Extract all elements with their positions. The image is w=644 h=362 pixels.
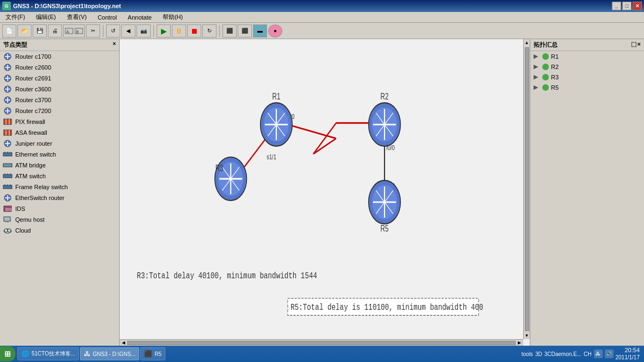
topo-status-R1: [542, 53, 549, 60]
right-panel-header: 拓扑汇总 ⬚ ×: [530, 39, 644, 51]
topo-status-R3: [542, 74, 549, 80]
bridge-icon: [2, 161, 13, 170]
taskbar-item-2[interactable]: ⬛ R5: [140, 347, 165, 360]
menu-view[interactable]: 查看(V): [64, 12, 90, 22]
toolbar-btn8[interactable]: ◀: [121, 24, 135, 38]
taskbar-3cdaemon: 3CDaemon.E...: [544, 351, 581, 357]
node-label-10: ATM bridge: [15, 162, 46, 168]
toolbar-btn6[interactable]: ✂: [86, 24, 100, 38]
menu-control[interactable]: Control: [94, 13, 120, 22]
systray-volume: 🔊: [605, 349, 614, 358]
start-button[interactable]: ⊞: [0, 346, 15, 361]
svg-text:R1: R1: [273, 92, 281, 102]
node-item-12[interactable]: Frame Relay switch: [0, 182, 119, 192]
node-label-13: EtherSwitch router: [15, 195, 64, 201]
topo-item-R2[interactable]: ▶R2: [530, 61, 644, 72]
node-item-1[interactable]: Router c2600: [0, 62, 119, 73]
toolbar-reload[interactable]: ↻: [202, 24, 216, 38]
taskbar-item-1[interactable]: 🖧 GNS3 - D:\GNS...: [80, 347, 139, 360]
taskbar-3d: 3D: [535, 351, 542, 357]
node-item-3[interactable]: Router c3600: [0, 84, 119, 95]
title-text: GNS3 - D:\GNS3\project1\topology.net: [13, 3, 121, 9]
menu-annotate[interactable]: Annotate: [125, 13, 155, 22]
router-icon: [2, 85, 13, 93]
close-button[interactable]: ✕: [633, 2, 642, 10]
firewall-icon: [2, 117, 13, 126]
node-item-16[interactable]: Cloud: [0, 225, 119, 236]
node-label-8: Juniper router: [15, 140, 52, 147]
toolbar-open[interactable]: 📂: [17, 24, 32, 38]
topo-item-R3[interactable]: ▶R3: [530, 72, 644, 82]
toolbar-play[interactable]: ▶: [157, 24, 171, 38]
node-label-5: Router c7200: [15, 108, 51, 114]
toolbar-btn5[interactable]: A B: [63, 24, 85, 38]
taskbar-item-0[interactable]: 🌐 51CTO技术博客...: [17, 347, 79, 360]
node-item-2[interactable]: Router c2691: [0, 73, 119, 84]
v-scrollbar[interactable]: ▲ ▼: [523, 39, 530, 339]
menu-edit[interactable]: 编辑(E): [33, 12, 59, 22]
systray-network: 🖧: [594, 349, 603, 358]
svg-rect-31: [3, 153, 12, 156]
topo-expand-R5[interactable]: ▶: [534, 84, 540, 91]
topo-item-R1[interactable]: ▶R1: [530, 51, 644, 61]
menu-help[interactable]: 帮助(H): [159, 12, 186, 22]
node-item-6[interactable]: PIX firewall: [0, 116, 119, 127]
router-icon: [2, 52, 13, 61]
taskbar-items: 🌐 51CTO技术博客... 🖧 GNS3 - D:\GNS... ⬛ R5: [15, 347, 517, 360]
svg-line-56: [313, 123, 336, 154]
node-item-7[interactable]: ASA firewall: [0, 127, 119, 138]
router-icon: [2, 194, 13, 202]
node-label-0: Router c1700: [15, 53, 51, 60]
left-panel-close[interactable]: ×: [113, 41, 116, 49]
toolbar-btn4[interactable]: 🖨: [48, 24, 62, 38]
toolbar-rect[interactable]: ▬: [253, 24, 267, 38]
taskbar-ch: CH: [584, 351, 591, 357]
node-item-11[interactable]: ATM switch: [0, 171, 119, 182]
node-item-13[interactable]: EtherSwitch router: [0, 192, 119, 203]
toolbar-save[interactable]: 💾: [33, 24, 47, 38]
toolbar-console[interactable]: ⬛: [222, 24, 237, 38]
router-icon: [2, 74, 13, 83]
ids-icon: IDS: [2, 204, 13, 213]
svg-text:IDS: IDS: [5, 208, 12, 211]
svg-point-53: [8, 229, 11, 232]
node-item-14[interactable]: IDSIDS: [0, 203, 119, 214]
node-item-0[interactable]: Router c1700: [0, 51, 119, 62]
node-label-1: Router c2600: [15, 64, 51, 71]
toolbar-pause[interactable]: ⏸: [172, 24, 186, 38]
h-scrollbar[interactable]: ◀ ▶: [120, 339, 523, 346]
svg-rect-49: [4, 217, 10, 221]
node-item-4[interactable]: Router c3700: [0, 95, 119, 105]
node-item-5[interactable]: Router c7200: [0, 105, 119, 116]
topo-expand-R1[interactable]: ▶: [534, 53, 540, 60]
canvas-area[interactable]: s1/0 s1/0 s1/1 s1/0 f0/0 f0/0 R1 R2: [120, 39, 530, 346]
toolbar-sep2: [153, 25, 154, 37]
topo-item-R5[interactable]: ▶R5: [530, 82, 644, 92]
node-label-11: ATM switch: [15, 173, 46, 179]
taskbar-icon-2: ⬛: [144, 350, 152, 358]
right-panel-close[interactable]: ×: [637, 41, 641, 49]
maximize-button[interactable]: □: [622, 2, 631, 10]
toolbar-stop[interactable]: ⏹: [187, 24, 201, 38]
toolbar-terminal[interactable]: ⬛: [238, 24, 252, 38]
node-item-8[interactable]: Juniper router: [0, 138, 119, 149]
minimize-button[interactable]: _: [612, 2, 621, 10]
menu-bar: 文件(F) 编辑(E) 查看(V) Control Annotate 帮助(H): [0, 12, 644, 23]
node-item-15[interactable]: Qemu host: [0, 214, 119, 225]
toolbar-refresh[interactable]: ↺: [106, 24, 120, 38]
right-panel-float[interactable]: ⬚: [631, 41, 636, 49]
node-label-14: IDS: [15, 205, 25, 212]
menu-file[interactable]: 文件(F): [2, 12, 28, 22]
topo-expand-R2[interactable]: ▶: [534, 63, 540, 70]
taskbar-clock: 20:54 2011/1/17: [616, 347, 640, 360]
topo-label-R2: R2: [551, 64, 559, 70]
taskbar-label-0: 51CTO技术博客...: [32, 350, 75, 358]
node-item-9[interactable]: Ethernet switch: [0, 149, 119, 160]
toolbar-ellipse[interactable]: ●: [268, 24, 282, 38]
node-item-10[interactable]: ATM bridge: [0, 160, 119, 171]
toolbar-snapshot[interactable]: 📷: [137, 24, 151, 38]
canvas-svg: s1/0 s1/0 s1/1 s1/0 f0/0 f0/0 R1 R2: [120, 39, 530, 346]
svg-rect-25: [4, 130, 11, 135]
toolbar-new[interactable]: 📄: [2, 24, 16, 38]
topo-expand-R3[interactable]: ▶: [534, 73, 540, 80]
